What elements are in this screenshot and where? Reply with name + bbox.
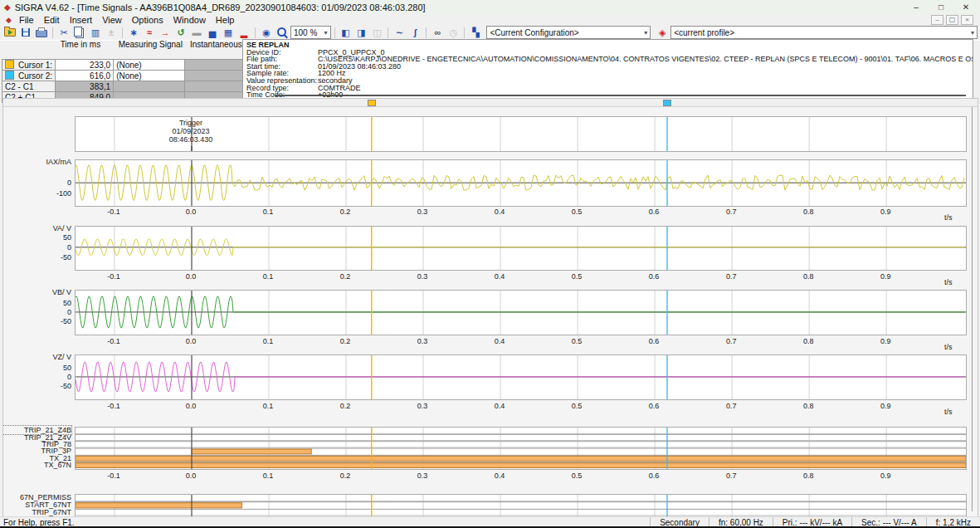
signal-name-label: VA/ V [3, 224, 71, 232]
profile-select[interactable]: <current profile> ▾ [670, 26, 978, 39]
info-value: C:\USERS\KARPJ\ONEDRIVE - ENGETECNICA\AU… [318, 56, 973, 63]
harmonics-button[interactable]: ▂ [236, 26, 251, 39]
menu-item-edit[interactable]: Edit [41, 15, 66, 25]
close-icon[interactable]: ✕ [953, 1, 978, 14]
time-value[interactable]: 233,0 [56, 60, 114, 71]
x-axis-tick-label: 0.4 [485, 337, 514, 345]
table-view-button[interactable]: ▦ [221, 26, 236, 39]
x-axis-tick-label: 0.0 [177, 402, 205, 410]
toolbar-separator [52, 27, 53, 38]
time-signals-button[interactable]: → [158, 26, 173, 39]
x-axis-tick-label: -0.1 [100, 472, 128, 480]
x-axis-tick-label: 0.2 [331, 272, 359, 281]
x-axis-tick-label: 0.0 [177, 208, 205, 216]
status-help-text: For Help, press F1. [0, 518, 650, 527]
menu-item-options[interactable]: Options [129, 15, 170, 25]
mdi-minimize-icon[interactable]: – [931, 15, 943, 25]
mdi-restore-icon[interactable]: ▢ [946, 15, 958, 25]
menu-items: FileEditInsertViewOptionsWindowHelp [16, 15, 241, 25]
save-button[interactable] [18, 26, 33, 39]
print-button[interactable] [34, 26, 49, 39]
save-icon [22, 28, 30, 37]
record-info-panel: SE REPLAN Device ID:PPCX_0_UPPCX_0File p… [242, 39, 973, 100]
minimize-icon[interactable]: – [904, 1, 929, 14]
bar-chart-button[interactable]: ▅ [205, 26, 220, 39]
open-file-button[interactable] [2, 26, 17, 39]
signal-name-label: IAX/mA [3, 158, 71, 166]
x-axis-tick-label: 0.7 [717, 337, 745, 345]
info-panel: Time in msMeasuring SignalInstantaneousR… [0, 40, 980, 98]
y-axis-tick-label: 0 [3, 373, 71, 381]
menu-item-file[interactable]: File [16, 15, 41, 25]
x-axis-tick-label: 0.4 [485, 402, 514, 410]
info-row: Sample rate:1200 Hz [246, 70, 969, 77]
restore-icon[interactable]: □ [929, 1, 953, 14]
configuration-value: <Current Configuration> [490, 28, 578, 37]
x-axis-tick-label: 0.3 [408, 337, 436, 345]
select-signals-button[interactable]: ≈ [142, 26, 157, 39]
paste-button[interactable]: ▥ [88, 26, 103, 39]
y-axis-tick-label: 0 [3, 178, 71, 187]
x-axis-tick-label: 0.1 [254, 208, 282, 216]
zoom-level-select[interactable]: 100 % ▾ [290, 26, 331, 39]
x-axis-tick-label: 0.9 [871, 402, 900, 410]
vertical-scrollbar[interactable] [972, 107, 973, 511]
set-cursor-1-button[interactable]: ◧ [338, 26, 353, 39]
x-axis-tick-label: 0.6 [640, 472, 668, 480]
x-axis-tick-label: 0.2 [331, 337, 359, 345]
measuring-signal-select[interactable]: (None) [114, 60, 185, 71]
x-axis-tick-label: 0.5 [563, 402, 591, 410]
x-axis-tick-label: -0.1 [100, 208, 128, 216]
phasors-button[interactable]: ↺ [173, 26, 188, 39]
ramp-fit-button[interactable]: ʃ [407, 26, 422, 39]
cursor-range-button: ◫ [369, 26, 384, 39]
channel-label-trip_67nt[interactable]: TRIP_67NT [3, 508, 71, 516]
cut-button[interactable]: ✂ [56, 26, 71, 39]
channel-label-tx_67n[interactable]: TX_67N [3, 461, 71, 469]
cursor-2-marker[interactable] [663, 100, 671, 106]
measuring-signal-select[interactable]: (None) [114, 71, 185, 81]
time-value: 383,1 [56, 81, 114, 92]
menu-bar: ◆ FileEditInsertViewOptionsWindowHelp –▢… [0, 14, 980, 25]
mdi-close-icon[interactable]: × [961, 15, 973, 25]
x-axis-tick-label: 0.0 [177, 472, 205, 480]
chevron-down-icon: ▾ [320, 29, 328, 37]
digital-active-bar [192, 449, 311, 454]
analog-plot-vbv [75, 290, 967, 335]
x-axis-tick-label: 0.8 [794, 272, 822, 281]
binary-trace-button[interactable]: ∞ [430, 26, 445, 39]
cursor-marker-strip [3, 99, 978, 107]
trigger-annotation: Trigger01/09/202308:46:03.430 [141, 119, 241, 144]
fault-locator-button[interactable]: ◉ [259, 26, 274, 39]
cursor-1-marker[interactable] [368, 100, 376, 106]
digital-plot-group-2 [75, 494, 967, 517]
set-cursor-2-button[interactable]: ◨ [353, 26, 368, 39]
profile-manager-button[interactable]: ◈ [655, 26, 670, 39]
zoom-button[interactable] [275, 26, 290, 39]
x-axis-tick-label: 0.8 [794, 472, 822, 480]
cursor-table-row: Cursor 2:616,0(None) [2, 71, 281, 81]
menu-item-help[interactable]: Help [212, 15, 241, 25]
x-axis-tick-label: -0.1 [100, 337, 128, 345]
options-button[interactable]: ∗ [126, 26, 141, 39]
configuration-manager-button[interactable]: ▚ [468, 26, 483, 39]
analog-plot-iaxma [75, 159, 967, 207]
toolbar-separator [464, 27, 465, 38]
menu-item-view[interactable]: View [99, 15, 129, 25]
zoom-icon [277, 27, 286, 37]
configuration-select[interactable]: <Current Configuration> ▾ [486, 26, 651, 39]
column-header: Time in ms [56, 39, 114, 49]
x-axis-tick-label: 0.1 [254, 337, 282, 345]
time-value[interactable]: 616,0 [56, 71, 114, 81]
info-separator [275, 95, 966, 96]
x-axis-tick-label: 0.4 [485, 472, 514, 480]
sine-fit-button[interactable]: ∼ [392, 26, 407, 39]
x-axis-tick-label: 0.5 [563, 337, 591, 345]
y-axis-tick-label: 0 [3, 243, 71, 252]
menu-item-window[interactable]: Window [170, 15, 212, 25]
sigra-window: ◆ SIGRA V4.62 - [Time Signals - AA396B1Q… [0, 0, 980, 528]
impedance-locus-button[interactable]: ▬ [189, 26, 204, 39]
toolbar-separator [122, 27, 123, 38]
menu-item-insert[interactable]: Insert [66, 15, 100, 25]
copy-button[interactable] [72, 26, 87, 39]
